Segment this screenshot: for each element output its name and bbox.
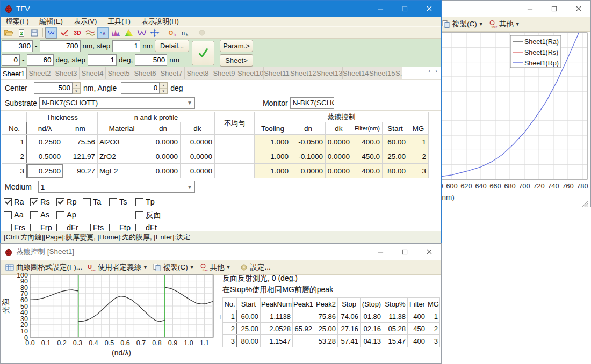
center-spinner[interactable]: ▲▼: [73, 82, 81, 94]
layer-cell[interactable]: 80.00: [383, 164, 408, 178]
sheet-tab[interactable]: Sheet14: [343, 67, 369, 79]
minimize-button[interactable]: [518, 1, 542, 17]
layer-cell[interactable]: -0.0500: [291, 135, 326, 149]
layer-cell[interactable]: 0.0000: [326, 149, 352, 164]
medium-select[interactable]: 1 ▼: [38, 181, 195, 193]
checkbox-Ts[interactable]: Ts: [109, 198, 135, 206]
layer-cell[interactable]: [215, 164, 255, 178]
layer-cell[interactable]: 1: [2, 135, 27, 149]
checkbox-Aa[interactable]: Aa: [4, 210, 30, 219]
layer-cell[interactable]: 2: [408, 149, 429, 164]
layer-cell[interactable]: 0.0000: [146, 164, 181, 178]
reference-wavelength-input[interactable]: [135, 54, 167, 66]
layer-cell[interactable]: 25.00: [383, 149, 408, 164]
menu-item[interactable]: 檔案(F): [6, 17, 29, 26]
menu-item[interactable]: 工具(T): [107, 17, 131, 26]
angle-spinner[interactable]: ▲▼: [160, 82, 168, 94]
nk-button[interactable]: nk: [178, 27, 191, 38]
wavelength-to-input[interactable]: [40, 40, 81, 52]
minimize-button[interactable]: [369, 1, 393, 17]
new-doc-button[interactable]: 2: [15, 27, 27, 38]
checkbox-box[interactable]: [30, 198, 38, 206]
center-angle-input[interactable]: [121, 82, 160, 94]
checkbox-box[interactable]: [83, 198, 91, 206]
layer-cell[interactable]: Al2O3: [98, 135, 146, 149]
open-folder-button[interactable]: [2, 27, 15, 38]
sheet-tab[interactable]: Sheet13: [316, 67, 343, 79]
sheet-tab[interactable]: Sheet15: [369, 67, 395, 79]
layer-cell[interactable]: 0.0000: [291, 164, 326, 178]
check-red-button[interactable]: [58, 27, 70, 38]
layer-cell[interactable]: 0.0000: [181, 135, 215, 149]
other-button[interactable]: ther其他▼: [486, 17, 522, 31]
param-button[interactable]: Param.>: [220, 40, 253, 52]
move-cross-button[interactable]: [148, 27, 161, 38]
angle-step-input[interactable]: [88, 54, 117, 66]
sheet-tab[interactable]: Sheet12: [290, 67, 316, 79]
checkbox-box[interactable]: [30, 211, 38, 219]
checkbox-反面[interactable]: 反面: [135, 210, 162, 220]
layer-cell[interactable]: 0.2500: [27, 164, 63, 178]
sheet-tab[interactable]: Sheet9: [211, 67, 237, 79]
sheet-tab[interactable]: Sheet7: [158, 67, 185, 79]
monitor-select[interactable]: N-BK7(SCHOTT) ▼: [290, 97, 334, 109]
sheet-tab[interactable]: Sheet10: [237, 67, 264, 79]
checkbox-Ra[interactable]: Ra: [4, 198, 30, 206]
checkbox-Rp[interactable]: Rp: [56, 198, 83, 206]
na-curve-button[interactable]: A: [97, 27, 109, 39]
layer-cell[interactable]: 1.000: [255, 135, 291, 149]
close-button[interactable]: [417, 1, 441, 17]
angle-from-input[interactable]: [2, 54, 20, 66]
layer-cell[interactable]: -0.1000: [291, 149, 326, 164]
sheet-tab[interactable]: Sheet3: [53, 67, 80, 79]
layer-cell[interactable]: 0.5000: [27, 149, 63, 164]
sheet-tab[interactable]: Sheet1: [1, 67, 27, 79]
layer-cell[interactable]: 3: [2, 164, 27, 178]
maximize-button[interactable]: [393, 244, 417, 260]
checkbox-Rs[interactable]: Rs: [30, 198, 56, 206]
sheet-tab[interactable]: S..: [395, 67, 402, 79]
checkbox-box[interactable]: [56, 211, 64, 219]
layer-cell[interactable]: 450.0: [352, 149, 383, 164]
minimize-button[interactable]: [369, 244, 393, 260]
settings-button[interactable]: 設定...: [237, 260, 273, 274]
checkbox-box[interactable]: [4, 211, 12, 219]
wave-w-button[interactable]: [45, 27, 57, 39]
sheet-tab[interactable]: Sheet5: [106, 67, 132, 79]
layer-cell[interactable]: ZrO2: [98, 149, 146, 164]
sheet-tab[interactable]: Sheet2: [27, 67, 53, 79]
close-button[interactable]: [417, 244, 441, 260]
curves-button[interactable]: [84, 27, 96, 38]
layer-cell[interactable]: 0.2500: [27, 135, 63, 149]
menu-item[interactable]: 編輯(E): [40, 17, 63, 26]
layer-cell[interactable]: 0.0000: [146, 135, 181, 149]
cie-triangle-button[interactable]: [122, 27, 135, 38]
layer-cell[interactable]: 2: [2, 149, 27, 164]
three-d-button[interactable]: 3D: [71, 27, 83, 38]
menu-item[interactable]: 表示(V): [74, 17, 97, 26]
sheet-tab[interactable]: Sheet6: [132, 67, 158, 79]
layer-cell[interactable]: 121.97: [63, 149, 98, 164]
wavelength-from-input[interactable]: [2, 40, 33, 52]
sheet-tab[interactable]: Sheet4: [80, 67, 106, 79]
layer-cell[interactable]: MgF2: [98, 164, 146, 178]
layer-cell[interactable]: 1.000: [255, 164, 291, 178]
panel-splitter[interactable]: ⁞: [219, 272, 221, 362]
checkbox-Tp[interactable]: Tp: [135, 198, 162, 206]
sheet-tab[interactable]: Sheet8: [185, 67, 211, 79]
layer-cell[interactable]: 1: [408, 135, 429, 149]
menu-item[interactable]: 表示說明(H): [141, 17, 179, 26]
sheet-tab[interactable]: Sheet11: [264, 67, 290, 79]
copy-button[interactable]: 複製(C)▼: [442, 17, 486, 31]
layer-cell[interactable]: 75.56: [63, 135, 98, 149]
checkbox-box[interactable]: [135, 198, 143, 206]
spectrum-bars-button[interactable]: [110, 27, 122, 38]
layer-cell[interactable]: 0.0000: [181, 164, 215, 178]
wavelength-step-input[interactable]: [112, 40, 140, 52]
maximize-button[interactable]: [542, 1, 566, 17]
save-button[interactable]: [28, 27, 40, 38]
layer-cell[interactable]: 0.0000: [181, 149, 215, 164]
substrate-select[interactable]: N-BK7(SCHOTT) ▼: [39, 97, 195, 109]
layer-cell[interactable]: 400.0: [352, 164, 383, 178]
checkbox-box[interactable]: [56, 198, 64, 206]
